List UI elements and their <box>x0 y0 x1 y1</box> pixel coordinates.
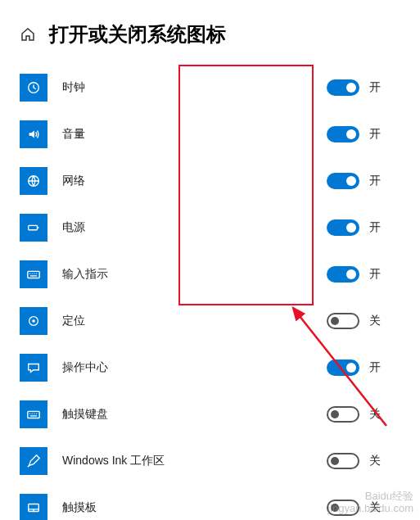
setting-label: Windows Ink 工作区 <box>62 454 165 468</box>
touchpad-icon <box>20 494 47 521</box>
toggle-group: 关 <box>327 500 400 516</box>
setting-label: 网络 <box>62 174 85 188</box>
svg-rect-2 <box>29 225 38 229</box>
toggle-group: 开 <box>327 79 400 96</box>
toggle-action-center[interactable] <box>327 359 359 376</box>
target-icon <box>20 307 47 335</box>
setting-row-windows-ink: Windows Ink 工作区关 <box>20 437 400 484</box>
toggle-group: 关 <box>327 406 400 423</box>
setting-label: 电源 <box>62 220 85 235</box>
setting-label: 触摸键盘 <box>62 407 108 422</box>
toggle-state-label: 开 <box>369 220 381 235</box>
setting-label: 定位 <box>62 314 85 328</box>
setting-label: 音量 <box>62 127 85 142</box>
setting-row-network: 网络开 <box>20 157 400 204</box>
toggle-state-label: 关 <box>369 314 381 328</box>
toggle-state-label: 开 <box>369 127 381 142</box>
setting-label: 时钟 <box>62 80 85 95</box>
svg-rect-3 <box>38 227 39 228</box>
toggle-touchpad[interactable] <box>327 500 359 516</box>
setting-row-location: 定位关 <box>20 297 400 344</box>
setting-row-clock: 时钟开 <box>20 64 400 111</box>
home-icon[interactable] <box>20 26 36 43</box>
battery-icon <box>20 214 47 242</box>
setting-label: 操作中心 <box>62 360 108 375</box>
breadcrumb <box>0 0 420 8</box>
toggle-touch-keyboard[interactable] <box>327 406 359 423</box>
page-header: 打开或关闭系统图标 <box>0 8 420 64</box>
setting-row-touch-keyboard: 触摸键盘关 <box>20 391 400 437</box>
toggle-power[interactable] <box>327 219 359 236</box>
toggle-clock[interactable] <box>327 79 359 96</box>
setting-label: 输入指示 <box>62 267 108 282</box>
setting-row-power: 电源开 <box>20 204 400 251</box>
svg-point-6 <box>32 319 35 323</box>
setting-row-input: 输入指示开 <box>20 251 400 297</box>
toggle-group: 开 <box>327 266 400 283</box>
toggle-state-label: 关 <box>369 500 381 515</box>
toggle-group: 关 <box>327 453 400 469</box>
toggle-group: 开 <box>327 126 400 142</box>
toggle-state-label: 开 <box>369 80 381 95</box>
svg-rect-7 <box>28 411 39 418</box>
toggle-group: 开 <box>327 173 400 189</box>
settings-list: 时钟开音量开网络开电源开输入指示开定位关操作中心开触摸键盘关Windows In… <box>0 64 420 520</box>
setting-row-touchpad: 触摸板关 <box>20 484 400 520</box>
toggle-state-label: 开 <box>369 174 381 188</box>
toggle-location[interactable] <box>327 313 359 329</box>
toggle-windows-ink[interactable] <box>327 453 359 469</box>
clock-icon <box>20 74 47 102</box>
toggle-group: 开 <box>327 359 400 376</box>
toggle-group: 开 <box>327 219 400 236</box>
setting-row-action-center: 操作中心开 <box>20 344 400 391</box>
toggle-input[interactable] <box>327 266 359 283</box>
toggle-network[interactable] <box>327 173 359 189</box>
chat-icon <box>20 354 47 382</box>
keyboard-icon <box>20 400 47 428</box>
toggle-group: 关 <box>327 313 400 329</box>
toggle-state-label: 开 <box>369 360 381 375</box>
setting-row-volume: 音量开 <box>20 111 400 157</box>
volume-icon <box>20 120 47 148</box>
page-title: 打开或关闭系统图标 <box>49 21 226 47</box>
globe-icon <box>20 167 47 195</box>
setting-label: 触摸板 <box>62 500 97 515</box>
toggle-volume[interactable] <box>327 126 359 142</box>
toggle-state-label: 关 <box>369 454 381 468</box>
svg-rect-4 <box>28 271 39 278</box>
pen-icon <box>20 447 47 475</box>
toggle-state-label: 开 <box>369 267 381 282</box>
keyboard-icon <box>20 260 47 288</box>
toggle-state-label: 关 <box>369 407 381 422</box>
